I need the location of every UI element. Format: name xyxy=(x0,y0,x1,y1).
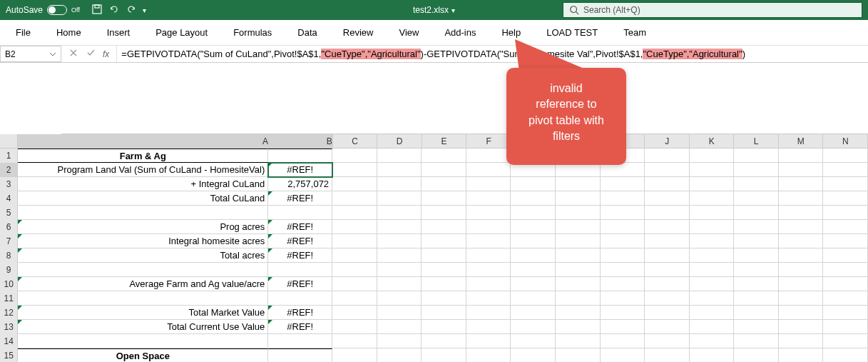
cell-empty[interactable] xyxy=(779,163,824,177)
cell-b[interactable] xyxy=(268,348,332,362)
cell-empty[interactable] xyxy=(734,206,779,220)
row-header[interactable]: 6 xyxy=(0,220,18,234)
cell-empty[interactable] xyxy=(601,206,645,220)
cell-empty[interactable] xyxy=(823,234,868,248)
col-header-c[interactable]: C xyxy=(333,134,378,148)
cell-empty[interactable] xyxy=(779,348,824,362)
cell-a[interactable] xyxy=(18,263,268,277)
col-header-f[interactable]: F xyxy=(466,134,511,148)
cell-empty[interactable] xyxy=(601,234,645,248)
tab-formulas[interactable]: Formulas xyxy=(223,23,282,42)
cell-empty[interactable] xyxy=(332,234,377,248)
cell-empty[interactable] xyxy=(332,220,377,234)
cell-empty[interactable] xyxy=(377,277,422,291)
select-all-corner[interactable] xyxy=(0,134,18,149)
cell-empty[interactable] xyxy=(690,220,735,234)
cell-empty[interactable] xyxy=(466,348,511,362)
cell-empty[interactable] xyxy=(511,277,556,291)
cell-a[interactable]: Open Space xyxy=(18,348,268,362)
tab-team[interactable]: Team xyxy=(613,23,656,42)
cell-empty[interactable] xyxy=(823,220,868,234)
tab-data[interactable]: Data xyxy=(287,23,327,42)
cell-a[interactable]: Integral homesite acres xyxy=(18,234,268,248)
cell-empty[interactable] xyxy=(422,234,466,248)
cell-empty[interactable] xyxy=(556,306,601,320)
cell-empty[interactable] xyxy=(511,220,556,234)
cell-empty[interactable] xyxy=(377,163,422,177)
cell-b[interactable]: #REF! xyxy=(268,320,332,334)
cell-a[interactable]: Average Farm and Ag value/acre xyxy=(18,277,268,291)
cell-empty[interactable] xyxy=(779,306,824,320)
cell-empty[interactable] xyxy=(645,263,690,277)
cell-a[interactable] xyxy=(18,206,268,220)
cell-a[interactable]: Prog acres xyxy=(18,220,268,234)
cell-b[interactable]: #REF! xyxy=(268,220,332,234)
col-header-l[interactable]: L xyxy=(734,134,779,148)
cell-empty[interactable] xyxy=(734,248,779,263)
cell-empty[interactable] xyxy=(823,263,868,277)
cell-empty[interactable] xyxy=(422,320,466,334)
spreadsheet-grid[interactable]: A B C D E F G H I J K L M N 1Farm & Ag2P… xyxy=(0,134,868,362)
cell-empty[interactable] xyxy=(377,263,422,277)
cell-empty[interactable] xyxy=(332,248,377,263)
cell-empty[interactable] xyxy=(556,163,601,177)
cell-b[interactable] xyxy=(268,206,332,220)
cell-empty[interactable] xyxy=(556,248,601,263)
cell-empty[interactable] xyxy=(601,163,645,177)
cell-empty[interactable] xyxy=(422,291,466,306)
cell-a[interactable]: Total acres xyxy=(18,248,268,263)
cell-empty[interactable] xyxy=(734,191,779,206)
row-header[interactable]: 1 xyxy=(0,149,18,163)
row-header[interactable]: 8 xyxy=(0,248,18,263)
cell-empty[interactable] xyxy=(779,291,824,306)
cell-empty[interactable] xyxy=(332,334,377,348)
cell-empty[interactable] xyxy=(332,263,377,277)
cell-a[interactable]: Total CuLand xyxy=(18,191,268,206)
cell-empty[interactable] xyxy=(422,206,466,220)
cell-empty[interactable] xyxy=(377,248,422,263)
cell-empty[interactable] xyxy=(823,320,868,334)
cell-b[interactable]: #REF! xyxy=(268,234,332,248)
cell-empty[interactable] xyxy=(332,277,377,291)
cell-empty[interactable] xyxy=(556,234,601,248)
cell-empty[interactable] xyxy=(466,306,511,320)
cell-empty[interactable] xyxy=(734,149,779,163)
cell-empty[interactable] xyxy=(690,248,735,263)
name-box[interactable]: B2 xyxy=(0,46,61,62)
tab-view[interactable]: View xyxy=(389,23,429,42)
cell-empty[interactable] xyxy=(422,248,466,263)
row-header[interactable]: 7 xyxy=(0,234,18,248)
cell-empty[interactable] xyxy=(690,177,735,191)
cell-empty[interactable] xyxy=(779,206,824,220)
name-box-dropdown-icon[interactable] xyxy=(49,51,56,58)
row-header[interactable]: 15 xyxy=(0,348,18,362)
cell-empty[interactable] xyxy=(511,191,556,206)
col-header-b[interactable]: B xyxy=(269,134,333,148)
row-header[interactable]: 10 xyxy=(0,277,18,291)
cell-b[interactable]: #REF! xyxy=(268,191,332,206)
cell-empty[interactable] xyxy=(779,191,824,206)
cell-empty[interactable] xyxy=(734,177,779,191)
cell-empty[interactable] xyxy=(690,191,735,206)
cell-empty[interactable] xyxy=(645,348,690,362)
cell-empty[interactable] xyxy=(645,234,690,248)
cell-b[interactable] xyxy=(268,291,332,306)
cell-empty[interactable] xyxy=(823,306,868,320)
search-box[interactable]: Search (Alt+Q) xyxy=(563,2,862,18)
cell-empty[interactable] xyxy=(377,206,422,220)
cell-empty[interactable] xyxy=(511,348,556,362)
row-header[interactable]: 9 xyxy=(0,263,18,277)
cell-empty[interactable] xyxy=(601,220,645,234)
cell-empty[interactable] xyxy=(332,149,377,163)
cell-empty[interactable] xyxy=(466,149,511,163)
undo-icon[interactable] xyxy=(108,4,120,17)
cell-empty[interactable] xyxy=(377,220,422,234)
cell-empty[interactable] xyxy=(779,263,824,277)
cell-empty[interactable] xyxy=(422,191,466,206)
qat-dropdown-icon[interactable]: ▾ xyxy=(143,6,146,14)
redo-icon[interactable] xyxy=(126,4,137,17)
cell-empty[interactable] xyxy=(823,149,868,163)
cell-b[interactable] xyxy=(268,149,332,163)
cell-empty[interactable] xyxy=(823,334,868,348)
cell-empty[interactable] xyxy=(466,177,511,191)
